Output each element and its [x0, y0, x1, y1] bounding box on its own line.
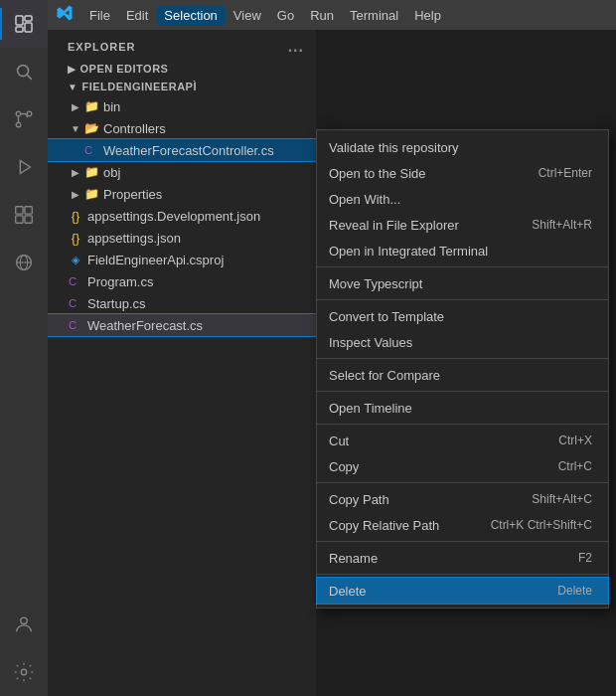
- svg-text:C: C: [84, 144, 92, 156]
- bin-arrow-icon: ▶: [68, 98, 83, 114]
- ctx-rename-label: Rename: [329, 551, 378, 566]
- open-editors-section[interactable]: ▶ OPEN EDITORS: [48, 60, 316, 78]
- ctx-open-with-label: Open With...: [329, 192, 400, 207]
- main-area: File Edit Selection View Go Run Terminal…: [48, 0, 616, 696]
- ctx-cut[interactable]: Cut Ctrl+X: [317, 428, 608, 453]
- ctx-reveal-file-explorer-shortcut: Shift+Alt+R: [532, 218, 592, 232]
- open-editors-arrow: ▶: [68, 64, 77, 75]
- sidebar-header: EXPLORER ...: [48, 30, 316, 60]
- ctx-open-integrated-terminal[interactable]: Open in Integrated Terminal: [317, 238, 608, 263]
- menu-go[interactable]: Go: [269, 6, 302, 25]
- weatherforecastcontroller-icon: C: [83, 142, 99, 158]
- content-area: EXPLORER ... ▶ OPEN EDITORS ▼ FIELDENGIN…: [48, 30, 616, 696]
- svg-text:C: C: [69, 319, 77, 331]
- ctx-open-timeline-label: Open Timeline: [329, 401, 412, 416]
- ctx-copy-path-shortcut: Shift+Alt+C: [532, 492, 592, 506]
- ctx-open-timeline[interactable]: Open Timeline: [317, 395, 608, 421]
- tree-item-obj[interactable]: ▶ 📁 obj: [48, 161, 316, 183]
- ctx-open-with[interactable]: Open With...: [317, 186, 608, 212]
- tree-item-program[interactable]: C Program.cs: [48, 270, 316, 292]
- ctx-separator-5: [317, 424, 608, 425]
- tree-item-weatherforecast[interactable]: C WeatherForecast.cs: [48, 314, 316, 336]
- ctx-copy-relative-path-label: Copy Relative Path: [329, 518, 439, 533]
- ctx-copy-label: Copy: [329, 459, 359, 474]
- svg-point-8: [16, 122, 21, 127]
- ctx-move-typescript[interactable]: Move Typescript: [317, 270, 608, 296]
- ctx-cut-label: Cut: [329, 434, 349, 448]
- ctx-separator-3: [317, 358, 608, 359]
- ctx-rename[interactable]: Rename F2: [317, 545, 608, 571]
- ctx-open-to-side-shortcut: Ctrl+Enter: [539, 166, 592, 180]
- settings-activity-icon[interactable]: [0, 648, 48, 696]
- svg-rect-3: [16, 27, 23, 32]
- tree-item-controllers[interactable]: ▼ 📂 Controllers: [48, 117, 316, 139]
- menu-help[interactable]: Help: [406, 6, 449, 25]
- ctx-validate-repository-label: Validate this repository: [329, 140, 459, 155]
- project-section[interactable]: ▼ FIELDENGINEERAPÌ: [48, 78, 316, 95]
- tree-item-weatherforecastcontroller[interactable]: C WeatherForecastController.cs: [48, 139, 316, 161]
- sidebar-header-dots[interactable]: ...: [288, 38, 304, 56]
- ctx-separator-2: [317, 299, 608, 300]
- menu-run[interactable]: Run: [302, 6, 342, 25]
- ctx-open-to-side[interactable]: Open to the Side Ctrl+Enter: [317, 160, 608, 186]
- program-icon: C: [68, 273, 83, 289]
- ctx-convert-to-template[interactable]: Convert to Template: [317, 303, 608, 329]
- svg-rect-10: [16, 207, 23, 214]
- weatherforecast-icon: C: [68, 317, 83, 333]
- menu-view[interactable]: View: [226, 6, 269, 25]
- ctx-convert-to-template-label: Convert to Template: [329, 309, 444, 324]
- ctx-select-for-compare[interactable]: Select for Compare: [317, 362, 608, 388]
- ctx-copy-relative-path[interactable]: Copy Relative Path Ctrl+K Ctrl+Shift+C: [317, 512, 608, 538]
- svg-point-6: [16, 111, 21, 116]
- ctx-validate-repository[interactable]: Validate this repository: [317, 134, 608, 160]
- tree-item-csproj[interactable]: ◈ FieldEngineerApi.csproj: [48, 249, 316, 270]
- ctx-delete[interactable]: Delete Delete: [317, 578, 608, 604]
- ctx-copy-shortcut: Ctrl+C: [558, 459, 592, 473]
- sidebar: EXPLORER ... ▶ OPEN EDITORS ▼ FIELDENGIN…: [48, 30, 316, 696]
- tree-item-appsettings-dev[interactable]: {} appsettings.Development.json: [48, 205, 316, 227]
- accounts-activity-icon[interactable]: [0, 601, 48, 648]
- ctx-open-integrated-terminal-label: Open in Integrated Terminal: [329, 244, 488, 259]
- appsettings-icon: {}: [68, 230, 83, 246]
- ctx-cut-shortcut: Ctrl+X: [558, 434, 592, 447]
- ctx-copy[interactable]: Copy Ctrl+C: [317, 453, 608, 479]
- tree-item-bin[interactable]: ▶ 📁 bin: [48, 95, 316, 117]
- tree-item-startup[interactable]: C Startup.cs: [48, 292, 316, 314]
- ctx-select-for-compare-label: Select for Compare: [329, 368, 440, 383]
- svg-marker-9: [20, 161, 30, 174]
- properties-arrow-icon: ▶: [68, 186, 83, 202]
- context-menu: Validate this repository Open to the Sid…: [316, 129, 609, 609]
- ctx-copy-path[interactable]: Copy Path Shift+Alt+C: [317, 486, 608, 512]
- csproj-icon: ◈: [68, 252, 83, 267]
- appsettings-label: appsettings.json: [87, 231, 181, 246]
- remote-activity-icon[interactable]: [0, 239, 48, 286]
- project-label: FIELDENGINEERAPÌ: [81, 81, 197, 92]
- svg-rect-11: [25, 207, 32, 214]
- startup-icon: C: [68, 295, 83, 311]
- tree-item-properties[interactable]: ▶ 📁 Properties: [48, 183, 316, 205]
- menu-terminal[interactable]: Terminal: [342, 6, 406, 25]
- ctx-reveal-file-explorer-label: Reveal in File Explorer: [329, 218, 459, 233]
- obj-folder-icon: 📁: [83, 164, 99, 180]
- ctx-reveal-file-explorer[interactable]: Reveal in File Explorer Shift+Alt+R: [317, 212, 608, 238]
- program-label: Program.cs: [87, 274, 153, 289]
- menu-file[interactable]: File: [81, 6, 118, 25]
- search-activity-icon[interactable]: [0, 48, 48, 95]
- source-control-activity-icon[interactable]: [0, 95, 48, 143]
- bin-label: bin: [103, 99, 120, 114]
- controllers-label: Controllers: [103, 121, 166, 136]
- svg-line-5: [27, 75, 31, 79]
- bin-folder-icon: 📁: [83, 98, 99, 114]
- weatherforecastcontroller-label: WeatherForecastController.cs: [103, 143, 274, 158]
- menu-edit[interactable]: Edit: [118, 6, 156, 25]
- project-arrow: ▼: [68, 82, 77, 92]
- ctx-rename-shortcut: F2: [578, 551, 592, 565]
- activity-bar-top: [0, 0, 48, 286]
- tree-item-appsettings[interactable]: {} appsettings.json: [48, 227, 316, 249]
- explorer-activity-icon[interactable]: [0, 0, 48, 48]
- ctx-inspect-values[interactable]: Inspect Values: [317, 329, 608, 355]
- debug-activity-icon[interactable]: [0, 143, 48, 191]
- extensions-activity-icon[interactable]: [0, 191, 48, 239]
- svg-point-7: [27, 111, 32, 116]
- menu-selection[interactable]: Selection: [156, 6, 225, 25]
